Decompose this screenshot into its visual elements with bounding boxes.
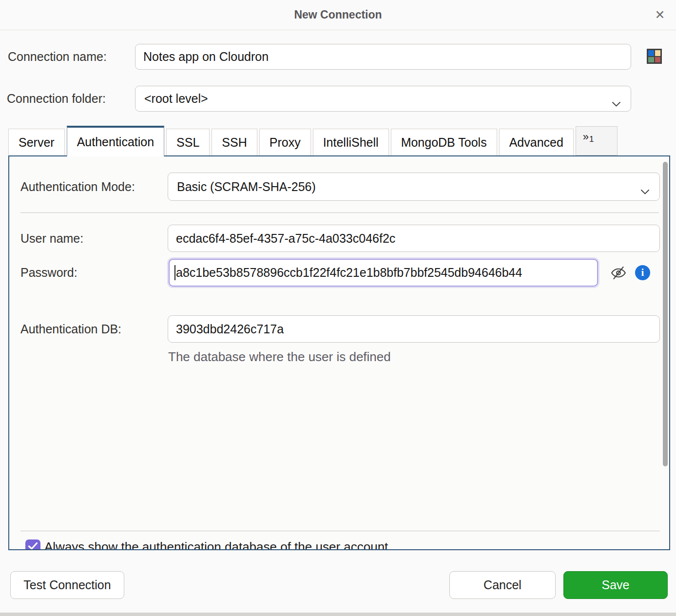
cancel-button[interactable]: Cancel xyxy=(449,571,556,599)
connection-name-label: Connection name: xyxy=(8,44,107,70)
overflow-hidden-count: 1 xyxy=(589,135,594,144)
section-divider xyxy=(20,212,659,213)
username-label: User name: xyxy=(20,225,83,252)
scrollbar-thumb[interactable] xyxy=(663,162,668,466)
connection-tabs: Server Authentication SSL SSH Proxy Inte… xyxy=(8,125,670,155)
connection-name-input[interactable] xyxy=(135,44,631,70)
password-input[interactable]: a8c1be53b8578896ccb1f22f4fc21e1b8bfb7bbf… xyxy=(169,259,598,287)
overflow-chevrons-icon: » xyxy=(583,131,589,143)
tab-mongodb-tools[interactable]: MongoDB Tools xyxy=(391,129,497,155)
connection-color-picker-icon[interactable] xyxy=(647,49,662,64)
password-label: Password: xyxy=(20,259,77,287)
auth-db-input[interactable] xyxy=(168,315,660,343)
save-button[interactable]: Save xyxy=(563,571,668,599)
close-icon[interactable]: ✕ xyxy=(652,6,668,23)
tab-intellishell[interactable]: IntelliShell xyxy=(313,129,389,155)
always-show-authdb-checkbox[interactable] xyxy=(25,539,40,550)
titlebar: New Connection ✕ xyxy=(0,0,676,30)
section-divider xyxy=(20,531,660,531)
info-icon[interactable]: i xyxy=(635,265,650,280)
username-input[interactable] xyxy=(168,225,660,252)
tab-overflow-button[interactable]: »1 xyxy=(576,126,618,155)
connection-folder-label: Connection folder: xyxy=(7,86,106,112)
dialog-title: New Connection xyxy=(0,0,676,29)
tab-advanced[interactable]: Advanced xyxy=(499,129,574,155)
chevron-down-icon xyxy=(612,96,621,110)
hide-password-eye-slash-icon[interactable] xyxy=(609,265,628,282)
swatch-green xyxy=(648,57,654,63)
always-show-authdb-row: Always show the authentication database … xyxy=(25,539,388,550)
auth-db-label: Authentication DB: xyxy=(20,315,121,343)
connection-folder-select[interactable]: <root level> xyxy=(135,86,631,112)
authentication-panel: Authentication Mode: Basic (SCRAM-SHA-25… xyxy=(8,155,670,550)
always-show-authdb-label: Always show the authentication database … xyxy=(44,539,388,550)
tab-ssh[interactable]: SSH xyxy=(212,129,257,155)
auth-mode-select[interactable]: Basic (SCRAM-SHA-256) xyxy=(168,173,660,201)
tab-server[interactable]: Server xyxy=(8,129,65,155)
tab-ssl[interactable]: SSL xyxy=(166,129,210,155)
checkmark-icon xyxy=(28,542,38,550)
password-field-wrapper: a8c1be53b8578896ccb1f22f4fc21e1b8bfb7bbf… xyxy=(169,259,598,287)
tab-proxy[interactable]: Proxy xyxy=(259,129,311,155)
chevron-down-icon xyxy=(640,184,650,198)
swatch-cream xyxy=(655,50,661,56)
auth-mode-label: Authentication Mode: xyxy=(20,173,135,201)
test-connection-button[interactable]: Test Connection xyxy=(10,571,124,599)
tab-authentication[interactable]: Authentication xyxy=(67,126,164,156)
window-bottom-edge xyxy=(0,613,676,616)
auth-db-hint: The database where the user is defined xyxy=(168,349,391,365)
swatch-red xyxy=(655,57,661,63)
text-caret xyxy=(174,265,175,280)
swatch-blue xyxy=(648,50,654,56)
panel-scrollbar[interactable] xyxy=(663,162,668,466)
auth-mode-value: Basic (SCRAM-SHA-256) xyxy=(177,180,316,194)
connection-folder-value: <root level> xyxy=(144,92,208,106)
